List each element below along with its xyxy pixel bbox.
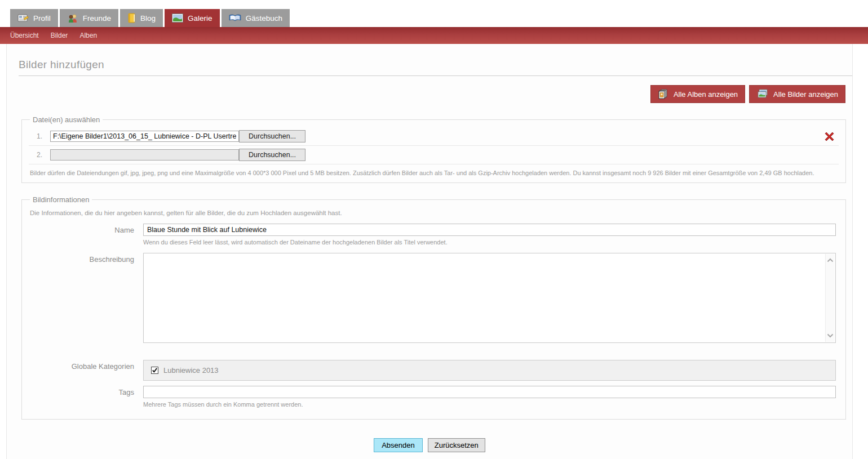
tags-input[interactable] (143, 386, 836, 398)
subnav-item-uebersicht[interactable]: Übersicht (10, 32, 39, 39)
tab-label: Freunde (83, 14, 111, 23)
file-path-input-1[interactable] (50, 131, 239, 142)
gallery-subnav: Übersicht Bilder Alben (0, 27, 868, 44)
image-info-intro: Die Informationen, die du hier angeben k… (29, 207, 839, 224)
page-title: Bilder hinzufügen (19, 59, 852, 76)
tags-help: Mehrere Tags müssen durch ein Komma getr… (143, 401, 836, 408)
tab-label: Gästebuch (246, 14, 282, 23)
image-info-section: Bildinformationen Die Informationen, die… (21, 195, 846, 420)
show-all-albums-button[interactable]: Alle Alben anzeigen (650, 85, 745, 103)
categories-box: Lubniewice 2013 (143, 360, 836, 381)
file-path-input-2[interactable] (50, 149, 239, 161)
form-actions: Absenden Zurücksetzen (7, 438, 852, 452)
friends-icon (67, 14, 78, 23)
show-all-albums-label: Alle Alben anzeigen (674, 90, 738, 99)
tab-blog[interactable]: Blog (120, 9, 163, 27)
tab-profil[interactable]: Profil (10, 9, 58, 27)
tab-label: Blog (140, 14, 156, 23)
description-textarea-frame (143, 253, 836, 343)
tags-row: Tags Mehrere Tags müssen durch ein Komma… (29, 386, 839, 408)
check-icon (152, 367, 158, 373)
tab-label: Profil (33, 14, 51, 23)
category-checkbox[interactable] (151, 367, 158, 374)
reset-button[interactable]: Zurücksetzen (428, 438, 485, 452)
subnav-item-alben[interactable]: Alben (79, 32, 97, 39)
main-tabbar: Profil Freunde Blog Galerie Gästebuch (0, 0, 868, 27)
images-stack-icon (756, 89, 769, 99)
guestbook-icon (229, 14, 241, 22)
categories-row: Globale Kategorien Lubniewice 2013 (29, 360, 839, 381)
scroll-up-icon[interactable] (827, 258, 834, 262)
description-label: Beschreibung (29, 253, 134, 343)
file-select-legend: Datei(en) auswählen (30, 115, 103, 124)
description-row: Beschreibung (29, 253, 839, 343)
file-row: 1. Durchsuchen... (29, 127, 839, 146)
name-help: Wenn du dieses Feld leer lässt, wird aut… (143, 239, 836, 246)
gallery-photo-icon (172, 14, 183, 23)
browse-button-1[interactable]: Durchsuchen... (239, 130, 305, 142)
show-all-images-button[interactable]: Alle Bilder anzeigen (749, 85, 845, 103)
category-option-label[interactable]: Lubniewice 2013 (163, 366, 219, 375)
content-panel: Bilder hinzufügen Alle Alben anzeigen Al… (6, 44, 853, 459)
remove-file-icon[interactable] (825, 132, 834, 141)
description-textarea[interactable] (144, 253, 835, 342)
file-row-index: 1. (29, 132, 42, 140)
tab-gaestebuch[interactable]: Gästebuch (222, 9, 290, 27)
upload-limits-help: Bilder dürfen die Dateiendungen gif, jpg… (29, 164, 839, 179)
subnav-item-bilder[interactable]: Bilder (51, 32, 68, 39)
image-info-legend: Bildinformationen (30, 195, 92, 204)
name-label: Name (29, 224, 134, 246)
tab-galerie[interactable]: Galerie (165, 9, 220, 27)
textarea-scrollbar[interactable] (825, 254, 835, 342)
tags-label: Tags (29, 386, 134, 408)
scroll-down-icon[interactable] (827, 333, 834, 338)
gallery-actions: Alle Alben anzeigen Alle Bilder anzeigen (7, 85, 852, 103)
name-row: Name Wenn du dieses Feld leer lässt, wir… (29, 224, 839, 246)
categories-label: Globale Kategorien (29, 360, 134, 381)
file-select-section: Datei(en) auswählen 1. Durchsuchen... 2.… (21, 115, 846, 183)
blog-book-icon (127, 13, 136, 23)
albums-stack-icon (658, 89, 669, 99)
show-all-images-label: Alle Bilder anzeigen (773, 90, 838, 99)
name-input[interactable] (143, 224, 836, 236)
file-row-index: 2. (29, 151, 42, 159)
tab-freunde[interactable]: Freunde (60, 9, 118, 27)
tab-label: Galerie (188, 14, 212, 23)
browse-button-2[interactable]: Durchsuchen... (239, 149, 305, 161)
file-row: 2. Durchsuchen... (29, 146, 839, 164)
profile-card-icon (17, 14, 29, 23)
submit-button[interactable]: Absenden (374, 438, 423, 452)
